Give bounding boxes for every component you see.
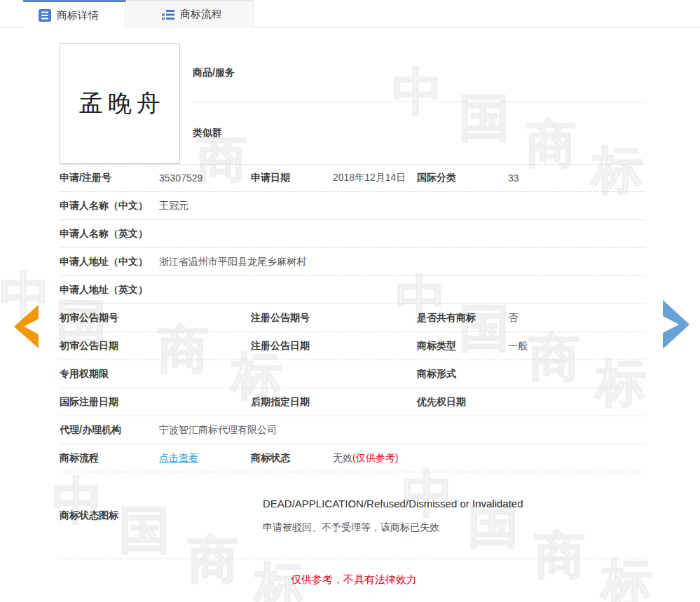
field-label: 代理/办理机构 [60,424,159,437]
status-description: DEAD/APPLICATION/Refused/Dismissed or In… [263,498,645,534]
next-arrow-button[interactable] [663,300,689,352]
field-label: 申请人名称（中文） [60,200,159,212]
field-label: 申请/注册号 [60,172,159,184]
field-label: 国际注册日期 [60,396,159,409]
chevron-right-icon [663,300,689,349]
goods-services-row: 商品/服务 [193,43,645,102]
similar-group-label: 类似群 [193,127,222,139]
status-line-cn: 申请被驳回、不予受理等，该商标已失效 [263,521,645,534]
field-label: 申请人名称（英文） [60,228,159,240]
field-label: 商标状态图标 [60,509,263,522]
tab-trademark-process[interactable]: 商标流程 [127,0,254,28]
tab-label: 商标流程 [180,8,222,21]
status-line-en: DEAD/APPLICATION/Refused/Dismissed or In… [263,498,645,509]
field-label: 申请人地址（英文） [60,284,159,296]
document-list-icon [39,9,51,22]
field-label: 注册公告日期 [251,340,333,353]
tab-label: 商标详情 [57,9,99,22]
trademark-detail-page: 中 国 商 标 中 国 商 中 国 商 标 中 国 商 标 中 国 商 标 中 … [0,0,700,602]
field-value: 否 [508,312,518,324]
field-value: 王冠元 [159,200,645,212]
table-row: 专用权期限 商标形式 [60,360,645,388]
field-value: 一般 [508,340,528,353]
field-label: 商标类型 [417,340,508,353]
status-note: (仅供参考) [352,452,398,463]
table-row: 商标流程 点击查看 商标状态 无效(仅供参考) [60,444,645,472]
table-row: 代理/办理机构 宁波智汇商标代理有限公司 [60,416,645,444]
tab-trademark-detail[interactable]: 商标详情 [23,0,126,29]
table-row: 国际注册日期 后期指定日期 优先权日期 [60,388,645,416]
footer-row: 仅供参考，不具有法律效力 [60,559,645,600]
field-value: 浙江省温州市平阳县龙尾乡麻树村 [159,256,645,268]
table-row: 初审公告日期 注册公告日期 商标类型 一般 [60,332,645,360]
detail-content: 孟晚舟 商品/服务 类似群 申请/注册号 35307529 [0,28,700,600]
field-label: 商标形式 [417,368,508,381]
table-row: 申请人地址（中文） 浙江省温州市平阳县龙尾乡麻树村 [60,248,645,276]
field-label: 专用权期限 [60,368,159,381]
goods-services-label: 商品/服务 [193,67,235,79]
field-value: 33 [508,172,519,184]
table-row: 申请人地址（英文） [60,276,645,304]
table-row: 申请人名称（英文） [60,220,645,248]
field-label: 国际分类 [417,172,508,184]
field-label: 优先权日期 [417,396,508,409]
table-row: 初审公告期号 注册公告期号 是否共有商标 否 [60,304,645,332]
field-label: 商标状态 [251,452,333,465]
trademark-header: 孟晚舟 商品/服务 类似群 [0,28,700,164]
field-label: 申请人地址（中文） [60,256,159,268]
field-label: 初审公告日期 [60,340,159,353]
status-icon-row: 商标状态图标 DEAD/APPLICATION/Refused/Dismisse… [60,472,645,559]
table-row: 申请/注册号 35307529 申请日期 2018年12月14日 国际分类 33 [60,164,645,192]
trademark-image: 孟晚舟 [60,43,180,164]
field-label: 初审公告期号 [60,312,159,324]
field-label: 是否共有商标 [417,312,508,324]
trademark-image-text: 孟晚舟 [74,88,165,120]
tab-bar: 商标详情 商标流程 [0,0,700,28]
view-process-link[interactable]: 点击查看 [159,452,198,463]
chevron-left-icon [14,305,39,348]
field-value: 2018年12月14日 [333,172,406,184]
legal-disclaimer: 仅供参考，不具有法律效力 [291,573,417,587]
field-label: 后期指定日期 [251,396,333,409]
flow-list-icon [162,8,174,21]
previous-arrow-button[interactable] [14,305,39,351]
field-label: 申请日期 [251,172,333,184]
field-table: 申请/注册号 35307529 申请日期 2018年12月14日 国际分类 33… [0,164,700,600]
field-value: 35307529 [159,172,251,184]
table-row: 申请人名称（中文） 王冠元 [60,192,645,220]
status-value: 无效 [333,452,352,463]
field-value: 宁波智汇商标代理有限公司 [159,424,645,437]
similar-group-row: 类似群 [193,102,645,164]
goods-services-panel: 商品/服务 类似群 [193,43,645,164]
field-label: 注册公告期号 [251,312,333,324]
field-label: 商标流程 [60,452,159,465]
